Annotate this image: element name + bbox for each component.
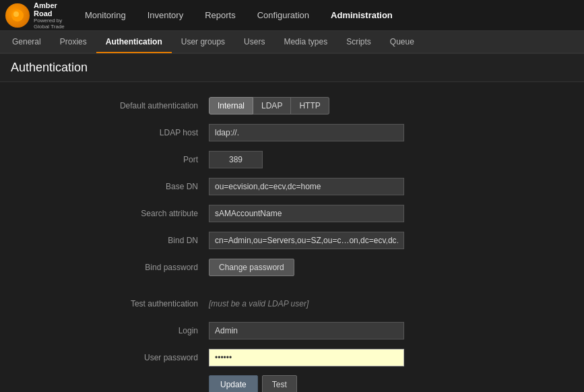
test-auth-label: Test authentication <box>0 299 209 308</box>
logo-text-block: Amber Road Powered by Global Trade <box>34 1 69 30</box>
bind-dn-input[interactable] <box>209 232 404 249</box>
login-input[interactable] <box>209 322 404 339</box>
auth-button-group: Internal LDAP HTTP <box>209 97 329 115</box>
divider <box>0 284 584 294</box>
second-navigation: General Proxies Authentication User grou… <box>0 31 584 54</box>
bind-dn-row: Bind DN <box>0 230 584 251</box>
auth-btn-ldap[interactable]: LDAP <box>253 97 291 115</box>
action-buttons: Update Test <box>209 375 297 392</box>
port-row: Port <box>0 150 584 170</box>
test-auth-row: Test authentication [must be a valid LDA… <box>0 294 584 314</box>
default-auth-row: Default authentication Internal LDAP HTT… <box>0 96 584 116</box>
auth-btn-internal[interactable]: Internal <box>209 97 253 115</box>
action-row: Update Test <box>0 374 584 392</box>
login-label: Login <box>0 326 209 335</box>
subnav-user-groups[interactable]: User groups <box>172 32 234 53</box>
search-attr-label: Search attribute <box>0 209 209 218</box>
logo-name: Amber Road <box>34 1 69 18</box>
logo-icon <box>5 3 30 28</box>
subnav-authentication[interactable]: Authentication <box>96 32 172 53</box>
test-button[interactable]: Test <box>262 375 297 392</box>
subnav-general[interactable]: General <box>3 32 51 53</box>
content-area: Default authentication Internal LDAP HTT… <box>0 82 584 392</box>
top-navigation: Amber Road Powered by Global Trade Monit… <box>0 0 584 31</box>
page-title: Authentication <box>11 61 573 75</box>
subnav-scripts[interactable]: Scripts <box>337 32 381 53</box>
subnav-media-types[interactable]: Media types <box>274 32 337 53</box>
change-password-button[interactable]: Change password <box>209 259 294 276</box>
nav-administration[interactable]: Administration <box>320 0 403 30</box>
default-auth-label: Default authentication <box>0 101 209 110</box>
subnav-proxies[interactable]: Proxies <box>51 32 96 53</box>
nav-monitoring[interactable]: Monitoring <box>74 0 137 30</box>
test-auth-hint: [must be a valid LDAP user] <box>209 299 309 308</box>
bind-password-label: Bind password <box>0 263 209 272</box>
search-attr-input[interactable] <box>209 205 404 222</box>
nav-inventory[interactable]: Inventory <box>137 0 194 30</box>
page-title-bar: Authentication <box>0 54 584 82</box>
search-attr-row: Search attribute <box>0 203 584 224</box>
user-password-input[interactable] <box>209 349 404 366</box>
port-label: Port <box>0 155 209 164</box>
ldap-host-label: LDAP host <box>0 128 209 137</box>
nav-reports[interactable]: Reports <box>194 0 247 30</box>
user-password-label: User password <box>0 353 209 362</box>
bind-dn-label: Bind DN <box>0 236 209 245</box>
base-dn-label: Base DN <box>0 182 209 191</box>
svg-point-1 <box>13 11 19 17</box>
update-button[interactable]: Update <box>209 375 258 392</box>
subnav-queue[interactable]: Queue <box>381 32 424 53</box>
port-input[interactable] <box>209 151 263 168</box>
base-dn-input[interactable] <box>209 178 404 195</box>
base-dn-row: Base DN <box>0 176 584 197</box>
user-password-row: User password <box>0 348 584 368</box>
bind-password-row: Bind password Change password <box>0 257 584 277</box>
logo[interactable]: Amber Road Powered by Global Trade <box>0 0 74 30</box>
subnav-users[interactable]: Users <box>234 32 274 53</box>
logo-subtext: Powered by Global Trade <box>34 18 69 30</box>
ldap-host-input[interactable] <box>209 124 404 141</box>
nav-configuration[interactable]: Configuration <box>247 0 320 30</box>
ldap-host-row: LDAP host <box>0 123 584 143</box>
auth-btn-http[interactable]: HTTP <box>291 97 329 115</box>
login-row: Login <box>0 321 584 341</box>
